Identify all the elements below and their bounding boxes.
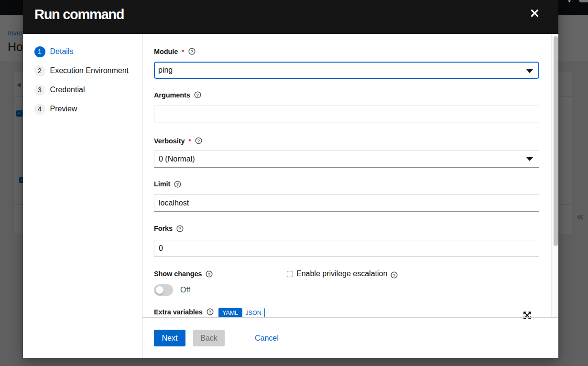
- svg-text:?: ?: [196, 93, 198, 97]
- svg-text:?: ?: [179, 226, 181, 231]
- svg-text:?: ?: [393, 272, 395, 277]
- svg-text:?: ?: [209, 310, 211, 314]
- svg-text:?: ?: [197, 139, 200, 143]
- svg-text:?: ?: [191, 49, 193, 54]
- svg-text:?: ?: [208, 271, 210, 276]
- svg-text:?: ?: [176, 182, 179, 186]
